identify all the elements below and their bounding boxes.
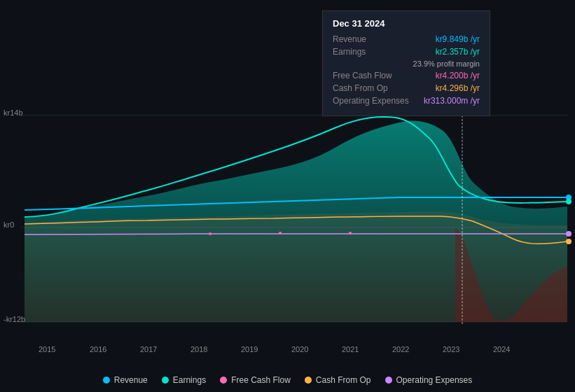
legend-earnings-label: Earnings	[173, 375, 206, 385]
legend: Revenue Earnings Free Cash Flow Cash Fro…	[0, 375, 575, 385]
x-label-2022: 2022	[392, 345, 409, 354]
tooltip-cashop-value: kr4.296b /yr	[436, 83, 480, 93]
x-label-2020: 2020	[291, 345, 308, 354]
legend-earnings-dot	[162, 377, 169, 384]
legend-fcf-label: Free Cash Flow	[231, 375, 291, 385]
legend-fcf[interactable]: Free Cash Flow	[220, 375, 291, 385]
tooltip-margin-row: 23.9% profit margin	[333, 59, 480, 68]
tooltip-date: Dec 31 2024	[333, 18, 480, 29]
tooltip-opex-row: Operating Expenses kr313.000m /yr	[333, 96, 480, 106]
legend-opex-dot	[385, 377, 392, 384]
x-label-2016: 2016	[90, 345, 106, 354]
legend-cashop[interactable]: Cash From Op	[305, 375, 371, 385]
legend-revenue-label: Revenue	[114, 375, 148, 385]
tooltip-fcf-value: kr4.200b /yr	[436, 71, 480, 80]
legend-earnings[interactable]: Earnings	[162, 375, 206, 385]
legend-revenue-dot	[103, 377, 110, 384]
tooltip-revenue-row: Revenue kr9.849b /yr	[333, 34, 480, 44]
svg-point-9	[566, 199, 571, 204]
legend-cashop-label: Cash From Op	[316, 375, 371, 385]
legend-cashop-dot	[305, 377, 312, 384]
x-label-2018: 2018	[190, 345, 207, 354]
tooltip-earnings-value: kr2.357b /yr	[436, 47, 480, 57]
x-label-2015: 2015	[39, 345, 55, 354]
tooltip-cashop-row: Cash From Op kr4.296b /yr	[333, 83, 480, 93]
chart-container: kr14b kr0 -kr12b 2015 2016 2017 2018 201…	[0, 0, 575, 392]
tooltip-margin-value: 23.9% profit margin	[413, 59, 480, 68]
x-label-2021: 2021	[342, 345, 359, 354]
y-label-top: kr14b	[4, 108, 23, 117]
legend-opex-label: Operating Expenses	[396, 375, 473, 385]
x-label-2019: 2019	[241, 345, 258, 354]
tooltip-fcf-label: Free Cash Flow	[333, 71, 392, 80]
tooltip-opex-value: kr313.000m /yr	[424, 96, 480, 106]
x-label-2024: 2024	[493, 345, 510, 354]
tooltip-fcf-row: Free Cash Flow kr4.200b /yr	[333, 71, 480, 80]
tooltip-revenue-value: kr9.849b /yr	[436, 34, 480, 44]
svg-point-10	[566, 239, 571, 244]
tooltip-revenue-label: Revenue	[333, 34, 366, 44]
tooltip: Dec 31 2024 Revenue kr9.849b /yr Earning…	[322, 10, 490, 116]
x-label-2017: 2017	[140, 345, 157, 354]
svg-point-11	[566, 231, 571, 237]
x-label-2023: 2023	[443, 345, 459, 354]
svg-point-4	[209, 232, 212, 235]
y-label-mid: kr0	[4, 220, 14, 229]
legend-revenue[interactable]: Revenue	[103, 375, 148, 385]
tooltip-cashop-label: Cash From Op	[333, 83, 388, 93]
y-label-bot: -kr12b	[4, 315, 25, 323]
legend-fcf-dot	[220, 377, 227, 384]
tooltip-earnings-row: Earnings kr2.357b /yr	[333, 47, 480, 57]
svg-point-6	[349, 232, 352, 234]
legend-opex[interactable]: Operating Expenses	[385, 375, 473, 385]
svg-point-5	[279, 232, 282, 234]
tooltip-earnings-label: Earnings	[333, 47, 366, 57]
tooltip-opex-label: Operating Expenses	[333, 96, 409, 106]
